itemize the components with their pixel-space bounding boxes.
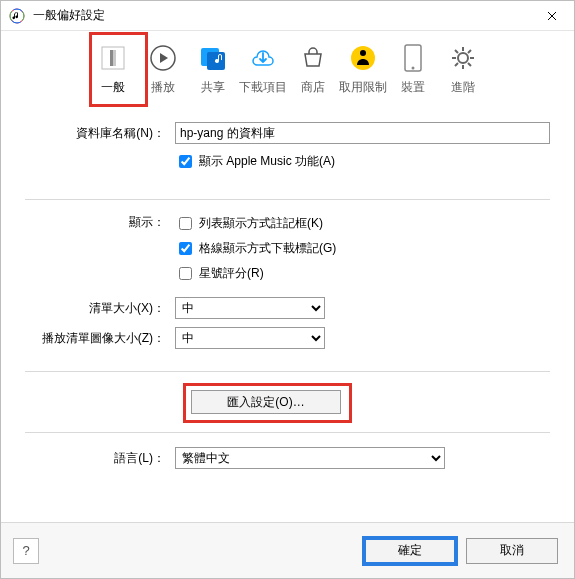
titlebar: 一般偏好設定 [1,1,574,31]
list-notes-checkbox[interactable]: 列表顯示方式註記框(K) [175,214,550,233]
tab-restrictions-label: 取用限制 [339,79,387,96]
import-settings-button[interactable]: 匯入設定(O)… [191,390,341,414]
playback-icon [146,41,180,75]
grid-download-checkbox[interactable]: 格線顯示方式下載標記(G) [175,239,550,258]
display-label: 顯示： [25,214,175,231]
devices-icon [396,41,430,75]
svg-point-12 [411,67,414,70]
tab-playback-label: 播放 [139,79,187,96]
tab-playback[interactable]: 播放 [139,37,187,102]
language-label: 語言(L)： [25,450,175,467]
tab-general-label: 一般 [89,79,137,96]
grid-download-check[interactable] [179,242,192,255]
svg-point-9 [351,46,375,70]
list-size-label: 清單大小(X)： [25,300,175,317]
close-button[interactable] [529,1,574,30]
dialog-footer: ? 確定 取消 [1,522,574,578]
show-apple-music-label: 顯示 Apple Music 功能(A) [199,153,335,170]
content-area: 資料庫名稱(N)： 顯示 Apple Music 功能(A) 顯示： [1,102,574,495]
downloads-icon [246,41,280,75]
help-button[interactable]: ? [13,538,39,564]
tab-advanced[interactable]: 進階 [439,37,487,102]
grid-download-label: 格線顯示方式下載標記(G) [199,240,336,257]
library-name-label: 資料庫名稱(N)： [25,125,175,142]
show-apple-music-check[interactable] [179,155,192,168]
language-select[interactable]: 繁體中文 [175,447,445,469]
preferences-tabs: 一般 播放 共享 下載項目 商店 [1,31,574,102]
library-name-input[interactable] [175,122,550,144]
tab-devices[interactable]: 裝置 [389,37,437,102]
ok-button[interactable]: 確定 [364,538,456,564]
general-icon [96,41,130,75]
window-title: 一般偏好設定 [33,7,529,24]
restrictions-icon [346,41,380,75]
star-rating-check[interactable] [179,267,192,280]
show-apple-music-checkbox[interactable]: 顯示 Apple Music 功能(A) [175,152,550,171]
tab-store-label: 商店 [289,79,337,96]
tab-general[interactable]: 一般 [89,37,137,102]
star-rating-checkbox[interactable]: 星號評分(R) [175,264,550,283]
tab-store[interactable]: 商店 [289,37,337,102]
tab-downloads-label: 下載項目 [239,79,287,96]
svg-rect-5 [113,50,116,66]
list-notes-label: 列表顯示方式註記框(K) [199,215,323,232]
star-rating-label: 星號評分(R) [199,265,264,282]
svg-point-13 [458,53,468,63]
tab-downloads[interactable]: 下載項目 [239,37,287,102]
cancel-button[interactable]: 取消 [466,538,558,564]
svg-rect-4 [110,50,113,66]
tab-restrictions[interactable]: 取用限制 [339,37,387,102]
sharing-icon [196,41,230,75]
itunes-icon [9,8,25,24]
tab-devices-label: 裝置 [389,79,437,96]
artwork-size-label: 播放清單圖像大小(Z)： [25,330,175,347]
list-size-select[interactable]: 中 [175,297,325,319]
advanced-icon [446,41,480,75]
store-icon [296,41,330,75]
tab-sharing-label: 共享 [189,79,237,96]
artwork-size-select[interactable]: 中 [175,327,325,349]
list-notes-check[interactable] [179,217,192,230]
svg-point-10 [360,50,366,56]
tab-advanced-label: 進階 [439,79,487,96]
tab-sharing[interactable]: 共享 [189,37,237,102]
